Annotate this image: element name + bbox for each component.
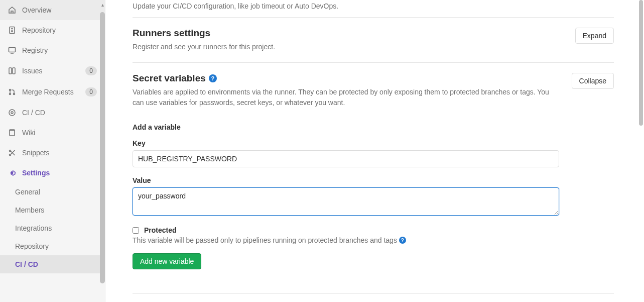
svg-point-11 bbox=[10, 154, 11, 156]
sidebar-item-label: Wiki bbox=[22, 129, 97, 137]
scroll-up-icon: ▴ bbox=[101, 2, 104, 8]
key-label: Key bbox=[133, 139, 614, 147]
value-textarea[interactable] bbox=[133, 187, 559, 216]
svg-point-6 bbox=[14, 93, 15, 95]
settings-subitems: General Members Integrations Repository … bbox=[0, 183, 105, 273]
value-label: Value bbox=[133, 176, 614, 184]
sidebar-scroll-thumb[interactable] bbox=[100, 12, 105, 283]
file-icon bbox=[8, 26, 16, 34]
svg-point-8 bbox=[11, 112, 13, 114]
svg-rect-1 bbox=[9, 48, 16, 52]
merge-icon bbox=[8, 88, 16, 96]
sidebar-item-settings[interactable]: Settings bbox=[0, 163, 105, 183]
protected-label: Protected bbox=[144, 226, 177, 234]
sidebar-item-merge-requests[interactable]: Merge Requests 0 bbox=[0, 81, 105, 103]
sidebar-item-label: Merge Requests bbox=[22, 88, 85, 96]
sidebar-item-registry[interactable]: Registry bbox=[0, 40, 105, 60]
subitem-general[interactable]: General bbox=[0, 183, 105, 201]
issues-badge: 0 bbox=[85, 66, 97, 75]
rocket-icon bbox=[8, 109, 16, 117]
svg-rect-3 bbox=[13, 68, 15, 74]
secret-variables-desc: Variables are applied to environments vi… bbox=[133, 87, 562, 108]
secret-variables-title: Secret variables ? bbox=[133, 73, 562, 84]
main-scroll-thumb[interactable] bbox=[639, 0, 643, 126]
home-icon bbox=[8, 6, 16, 14]
subitem-repository[interactable]: Repository bbox=[0, 237, 105, 255]
svg-point-10 bbox=[10, 150, 11, 152]
svg-point-5 bbox=[10, 93, 11, 95]
runners-title: Runners settings bbox=[133, 28, 565, 39]
book-icon bbox=[8, 129, 16, 137]
expand-runners-button[interactable]: Expand bbox=[575, 28, 614, 44]
sidebar: ▴ Overview Repository Registry Iss bbox=[0, 0, 105, 302]
collapse-secret-button[interactable]: Collapse bbox=[572, 73, 614, 89]
svg-rect-2 bbox=[9, 68, 12, 74]
secret-variables-title-text: Secret variables bbox=[133, 73, 206, 84]
sidebar-item-repository[interactable]: Repository bbox=[0, 20, 105, 40]
add-variable-heading: Add a variable bbox=[133, 123, 614, 131]
sidebar-item-wiki[interactable]: Wiki bbox=[0, 123, 105, 143]
monitor-icon bbox=[8, 46, 16, 54]
sidebar-item-overview[interactable]: Overview bbox=[0, 0, 105, 20]
sidebar-item-label: Registry bbox=[22, 46, 97, 54]
sidebar-scrollbar[interactable]: ▴ bbox=[99, 0, 105, 302]
help-icon[interactable]: ? bbox=[399, 237, 406, 244]
sidebar-item-issues[interactable]: Issues 0 bbox=[0, 60, 105, 81]
scissors-icon bbox=[8, 149, 16, 157]
subitem-members[interactable]: Members bbox=[0, 201, 105, 219]
subitem-integrations[interactable]: Integrations bbox=[0, 219, 105, 237]
main-content: Update your CI/CD configuration, like jo… bbox=[105, 0, 644, 302]
section-runners: Runners settings Register and see your r… bbox=[133, 18, 614, 63]
sidebar-item-label: Issues bbox=[22, 67, 85, 75]
add-new-variable-button[interactable]: Add new variable bbox=[133, 253, 201, 269]
sidebar-item-label: Overview bbox=[22, 6, 97, 14]
key-input[interactable] bbox=[133, 150, 559, 167]
main-scrollbar[interactable] bbox=[639, 0, 643, 302]
runners-desc: Register and see your runners for this p… bbox=[133, 42, 565, 52]
protected-hint: This variable will be passed only to pip… bbox=[133, 236, 397, 244]
merge-badge: 0 bbox=[85, 87, 97, 96]
sidebar-item-label: Snippets bbox=[22, 149, 97, 157]
help-icon[interactable]: ? bbox=[209, 74, 217, 82]
svg-point-4 bbox=[10, 89, 11, 91]
protected-checkbox[interactable] bbox=[133, 227, 139, 234]
svg-point-7 bbox=[9, 110, 15, 116]
sidebar-item-cicd[interactable]: CI / CD bbox=[0, 103, 105, 123]
sidebar-item-label: CI / CD bbox=[22, 109, 97, 117]
gear-icon bbox=[8, 169, 16, 177]
add-variable-form: Add a variable Key Value Protected This … bbox=[133, 123, 614, 269]
sidebar-item-label: Repository bbox=[22, 26, 97, 34]
sidebar-item-label: Settings bbox=[22, 169, 97, 177]
general-pipelines-desc: Update your CI/CD configuration, like jo… bbox=[133, 0, 614, 17]
issues-icon bbox=[8, 67, 16, 75]
subitem-cicd[interactable]: CI / CD bbox=[0, 255, 105, 273]
sidebar-item-snippets[interactable]: Snippets bbox=[0, 143, 105, 163]
section-secret-variables: Secret variables ? Variables are applied… bbox=[133, 63, 614, 279]
